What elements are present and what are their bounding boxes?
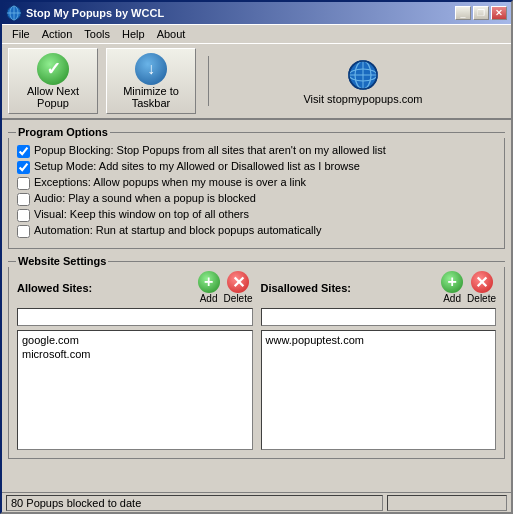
checkmark-icon: ✓ [37,53,69,85]
toolbar-divider [208,56,209,106]
program-options-group: Program Options Popup Blocking: Stop Pop… [8,126,505,249]
sites-container: Allowed Sites: + Add [17,271,496,450]
popup-blocking-checkbox[interactable] [17,145,30,158]
globe-icon [345,57,381,93]
setup-mode-checkbox[interactable] [17,161,30,174]
automation-label: Automation: Run at startup and block pop… [34,224,321,236]
automation-checkbox[interactable] [17,225,30,238]
disallowed-add-label: Add [443,293,461,304]
audio-checkbox[interactable] [17,193,30,206]
disallowed-header: Disallowed Sites: + Add [261,271,497,304]
status-panel-secondary [387,495,507,511]
visit-site-button[interactable]: Visit stopmypopups.com [221,57,505,105]
line-left2 [8,261,16,262]
minimize-button[interactable]: _ [455,6,471,20]
disallowed-input-row [261,308,497,326]
main-window: Stop My Popups by WCCL _ ❐ ✕ File Action… [0,0,513,514]
add-icon-allowed: + [198,271,220,293]
checkbox-row-2: Setup Mode: Add sites to my Allowed or D… [17,160,496,174]
window-title: Stop My Popups by WCCL [26,7,164,19]
website-settings-title: Website Settings [16,255,108,267]
checkbox-row-6: Automation: Run at startup and block pop… [17,224,496,238]
app-icon [6,5,22,21]
allowed-add-button[interactable]: + Add [198,271,220,304]
main-content: Program Options Popup Blocking: Stop Pop… [2,120,511,492]
program-options-title-row: Program Options [8,126,505,138]
allowed-sites-list[interactable]: google.com microsoft.com [17,330,253,450]
disallowed-sites-input[interactable] [261,308,497,326]
line-right [110,132,505,133]
title-bar: Stop My Popups by WCCL _ ❐ ✕ [2,2,511,24]
line-left [8,132,16,133]
website-settings-box: Allowed Sites: + Add [8,267,505,459]
allow-next-popup-button[interactable]: ✓ Allow Next Popup [8,48,98,114]
visual-checkbox[interactable] [17,209,30,222]
allowed-sites-panel: Allowed Sites: + Add [17,271,253,450]
list-item: google.com [20,333,250,347]
website-settings-title-row: Website Settings [8,255,505,267]
setup-mode-label: Setup Mode: Add sites to my Allowed or D… [34,160,360,172]
minimize-line1: Minimize to [123,85,179,97]
delete-icon-allowed: ✕ [227,271,249,293]
menu-action[interactable]: Action [36,27,79,41]
delete-icon-disallowed: ✕ [471,271,493,293]
allowed-input-row [17,308,253,326]
add-icon-disallowed: + [441,271,463,293]
menu-bar: File Action Tools Help About [2,24,511,44]
popup-blocking-label: Popup Blocking: Stop Popups from all sit… [34,144,386,156]
status-text: 80 Popups blocked to date [11,497,141,509]
program-options-title: Program Options [16,126,110,138]
disallowed-add-button[interactable]: + Add [441,271,463,304]
title-bar-buttons: _ ❐ ✕ [455,6,507,20]
menu-help[interactable]: Help [116,27,151,41]
menu-about[interactable]: About [151,27,192,41]
audio-label: Audio: Play a sound when a popup is bloc… [34,192,256,204]
allowed-header: Allowed Sites: + Add [17,271,253,304]
disallowed-buttons: + Add ✕ Delete [441,271,496,304]
program-options-box: Popup Blocking: Stop Popups from all sit… [8,138,505,249]
disallowed-sites-panel: Disallowed Sites: + Add [261,271,497,450]
close-button[interactable]: ✕ [491,6,507,20]
exceptions-label: Exceptions: Allow popups when my mouse i… [34,176,306,188]
allowed-add-label: Add [200,293,218,304]
status-panel-main: 80 Popups blocked to date [6,495,383,511]
website-settings-group: Website Settings Allowed Sites: + [8,255,505,459]
exceptions-checkbox[interactable] [17,177,30,190]
status-bar: 80 Popups blocked to date [2,492,511,512]
list-item: microsoft.com [20,347,250,361]
checkbox-row-1: Popup Blocking: Stop Popups from all sit… [17,144,496,158]
menu-tools[interactable]: Tools [78,27,116,41]
allowed-delete-button[interactable]: ✕ Delete [224,271,253,304]
minimize-to-taskbar-button[interactable]: ↓ Minimize to Taskbar [106,48,196,114]
disallowed-delete-label: Delete [467,293,496,304]
checkbox-row-4: Audio: Play a sound when a popup is bloc… [17,192,496,206]
checkbox-row-5: Visual: Keep this window on top of all o… [17,208,496,222]
arrow-down-icon: ↓ [135,53,167,85]
disallowed-sites-title: Disallowed Sites: [261,282,351,294]
allowed-buttons: + Add ✕ Delete [198,271,253,304]
allowed-sites-input[interactable] [17,308,253,326]
minimize-line2: Taskbar [132,97,171,109]
allow-next-line2: Popup [37,97,69,109]
checkbox-row-3: Exceptions: Allow popups when my mouse i… [17,176,496,190]
allowed-sites-title: Allowed Sites: [17,282,92,294]
list-item: www.popuptest.com [264,333,494,347]
menu-file[interactable]: File [6,27,36,41]
disallowed-delete-button[interactable]: ✕ Delete [467,271,496,304]
line-right2 [108,261,505,262]
restore-button[interactable]: ❐ [473,6,489,20]
toolbar: ✓ Allow Next Popup ↓ Minimize to Taskbar… [2,44,511,120]
title-bar-left: Stop My Popups by WCCL [6,5,164,21]
visual-label: Visual: Keep this window on top of all o… [34,208,249,220]
disallowed-sites-list[interactable]: www.popuptest.com [261,330,497,450]
allow-next-line1: Allow Next [27,85,79,97]
visit-site-label: Visit stopmypopups.com [303,93,422,105]
allowed-delete-label: Delete [224,293,253,304]
